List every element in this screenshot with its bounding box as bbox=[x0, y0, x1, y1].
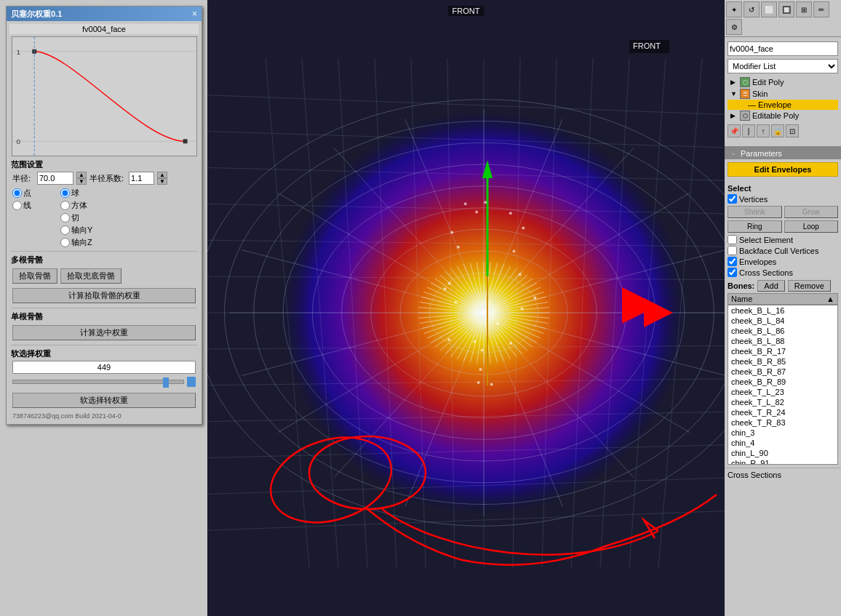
line-radio[interactable] bbox=[12, 201, 22, 210]
bone-item[interactable]: cheek_B_L_16 bbox=[728, 305, 837, 316]
bezier-close-button[interactable]: × bbox=[192, 9, 197, 19]
radius-spinner[interactable]: ▲ ▼ bbox=[76, 172, 87, 185]
viewport-area[interactable]: FRONT bbox=[207, 0, 725, 616]
mod-label-edit-poly: Edit Poly bbox=[752, 78, 784, 87]
toolbar-icon-4[interactable]: 🔲 bbox=[778, 1, 794, 17]
envelopes-row: Envelopes bbox=[728, 257, 838, 266]
bone-item[interactable]: cheek_B_L_88 bbox=[728, 336, 837, 346]
radius-up-btn[interactable]: ▲ bbox=[76, 172, 87, 178]
pick-child-btn[interactable]: 拾取兜底骨骼 bbox=[60, 268, 121, 284]
coeff-up-btn[interactable]: ▲ bbox=[157, 172, 167, 178]
point-radio[interactable] bbox=[12, 188, 22, 198]
bone-item[interactable]: chin_4 bbox=[728, 438, 837, 448]
cut-radio[interactable] bbox=[60, 213, 70, 223]
bone-item[interactable]: cheek_B_L_86 bbox=[728, 326, 837, 336]
radius-row: 半径: ▲ ▼ 半径系数: ▲ ▼ bbox=[12, 172, 196, 185]
bone-item[interactable]: chin_3 bbox=[728, 428, 837, 438]
modifier-list: ▶ ⬡ Edit Poly ▼ ☰ Skin — Envelope ▶ ⬡ Ed… bbox=[728, 76, 838, 121]
ball-radio-label[interactable]: 球 bbox=[60, 188, 92, 199]
select-label: Select bbox=[728, 184, 838, 193]
edit-envelopes-btn[interactable]: Edit Envelopes bbox=[728, 162, 838, 177]
pick-bone-btn[interactable]: 拾取骨骼 bbox=[12, 268, 57, 284]
modifier-list-select[interactable]: Modifier List bbox=[728, 59, 838, 73]
mod-nav-1[interactable]: | bbox=[742, 124, 755, 137]
mod-item-envelope[interactable]: — Envelope bbox=[728, 100, 838, 110]
vertices-checkbox[interactable] bbox=[728, 194, 737, 204]
mod-icon-skin: ☰ bbox=[740, 89, 750, 99]
transfer-weight-btn[interactable]: 软选择转权重 bbox=[12, 393, 196, 408]
cut-radio-label[interactable]: 切 bbox=[60, 212, 92, 223]
axisz-radio[interactable] bbox=[60, 238, 70, 247]
parameters-panel: - Parameters Edit Envelopes Select Verti… bbox=[725, 146, 841, 468]
cross-sections-checkbox[interactable] bbox=[728, 268, 737, 277]
mod-label-editable-poly: Editable Poly bbox=[752, 111, 799, 120]
ball-radio[interactable] bbox=[60, 188, 70, 198]
bone-item[interactable]: cheek_B_L_84 bbox=[728, 316, 837, 326]
toolbar-icon-2[interactable]: ↺ bbox=[744, 1, 760, 17]
coeff-down-btn[interactable]: ▼ bbox=[157, 178, 167, 185]
mod-expand-skin[interactable]: ▼ bbox=[730, 90, 738, 97]
bones-list[interactable]: cheek_B_L_16cheek_B_L_84cheek_B_L_86chee… bbox=[728, 305, 838, 465]
select-element-checkbox[interactable] bbox=[728, 235, 737, 244]
shrink-btn[interactable]: Shrink bbox=[728, 206, 782, 218]
coeff-spinner[interactable]: ▲ ▼ bbox=[157, 172, 167, 185]
mod-expand-editable-poly[interactable]: ▶ bbox=[730, 112, 738, 119]
radius-down-btn[interactable]: ▼ bbox=[76, 178, 87, 185]
radius-input[interactable] bbox=[37, 172, 73, 185]
bone-item[interactable]: chin_R_91 bbox=[728, 458, 837, 465]
mod-nav-2[interactable]: ↑ bbox=[757, 124, 770, 137]
viewport-label: FRONT bbox=[448, 6, 485, 16]
mod-item-editable-poly[interactable]: ▶ ⬡ Editable Poly bbox=[728, 110, 838, 121]
ring-btn[interactable]: Ring bbox=[728, 220, 782, 233]
toolbar-icon-3[interactable]: ⬜ bbox=[761, 1, 777, 17]
params-collapse-btn[interactable]: - bbox=[729, 149, 738, 158]
calc-picked-btn[interactable]: 计算拾取骨骼的权重 bbox=[12, 288, 196, 303]
mod-nav-3[interactable]: 🔒 bbox=[771, 124, 784, 137]
bone-item[interactable]: cheek_B_R_17 bbox=[728, 346, 837, 356]
bone-item[interactable]: cheek_T_R_83 bbox=[728, 417, 837, 428]
add-bone-btn[interactable]: Add bbox=[757, 280, 785, 292]
coeff-label: 半径系数: bbox=[89, 173, 126, 184]
axisz-radio-label[interactable]: 轴向Z bbox=[60, 237, 92, 248]
grow-btn[interactable]: Grow bbox=[784, 206, 839, 218]
bone-item[interactable]: chin_L_90 bbox=[728, 448, 837, 458]
mod-nav-4[interactable]: ⊡ bbox=[786, 124, 799, 137]
slider-thumb[interactable] bbox=[163, 377, 169, 388]
mod-expand-edit-poly[interactable]: ▶ bbox=[730, 79, 738, 86]
mod-nav-pin[interactable]: 📌 bbox=[728, 124, 741, 137]
toolbar-icon-7[interactable]: ⚙ bbox=[726, 19, 742, 35]
box-radio-label[interactable]: 方体 bbox=[60, 200, 92, 211]
remove-bone-btn[interactable]: Remove bbox=[788, 280, 831, 292]
coeff-input[interactable] bbox=[129, 172, 154, 185]
bone-item[interactable]: cheek_B_R_87 bbox=[728, 367, 837, 377]
curve-graph: 1 0 bbox=[12, 36, 197, 156]
bones-list-header: Name ▲ bbox=[728, 293, 838, 305]
mod-item-edit-poly[interactable]: ▶ ⬡ Edit Poly bbox=[728, 76, 838, 88]
point-line-row: 点 线 球 方体 bbox=[12, 188, 196, 248]
envelopes-checkbox[interactable] bbox=[728, 257, 737, 266]
axisy-radio-label[interactable]: 轴向Y bbox=[60, 225, 92, 236]
axisy-radio[interactable] bbox=[60, 225, 70, 235]
toolbar-icon-6[interactable]: ✏ bbox=[813, 1, 829, 17]
backface-checkbox[interactable] bbox=[728, 246, 737, 255]
select-element-label: Select Element bbox=[739, 236, 793, 244]
bone-item[interactable]: cheek_T_L_23 bbox=[728, 387, 837, 397]
mod-icon-edit-poly: ⬡ bbox=[740, 77, 750, 87]
sort-icon[interactable]: ▲ bbox=[826, 295, 834, 303]
line-radio-label[interactable]: 线 bbox=[12, 200, 31, 211]
bone-item[interactable]: cheek_B_R_89 bbox=[728, 377, 837, 387]
slider-track[interactable] bbox=[12, 380, 184, 384]
calc-selected-btn[interactable]: 计算选中权重 bbox=[12, 325, 196, 340]
mod-item-skin[interactable]: ▼ ☰ Skin bbox=[728, 88, 838, 100]
point-radio-label[interactable]: 点 bbox=[12, 188, 31, 199]
box-radio[interactable] bbox=[60, 201, 70, 210]
cross-sections-row: Cross Sections bbox=[728, 268, 838, 277]
bone-item[interactable]: cheek_B_R_85 bbox=[728, 356, 837, 367]
loop-btn[interactable]: Loop bbox=[784, 220, 839, 233]
toolbar-icon-1[interactable]: ✦ bbox=[726, 1, 742, 17]
bone-item[interactable]: cheek_T_R_24 bbox=[728, 407, 837, 417]
bones-header: Bones: Add Remove bbox=[728, 280, 838, 292]
object-name-input[interactable] bbox=[728, 41, 838, 56]
toolbar-icon-5[interactable]: ⊞ bbox=[796, 1, 812, 17]
bone-item[interactable]: cheek_T_L_82 bbox=[728, 397, 837, 407]
